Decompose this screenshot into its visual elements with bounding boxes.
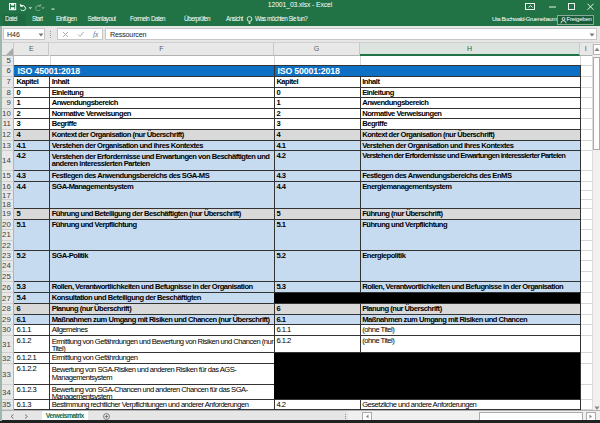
- svg-text:fx: fx: [93, 31, 99, 38]
